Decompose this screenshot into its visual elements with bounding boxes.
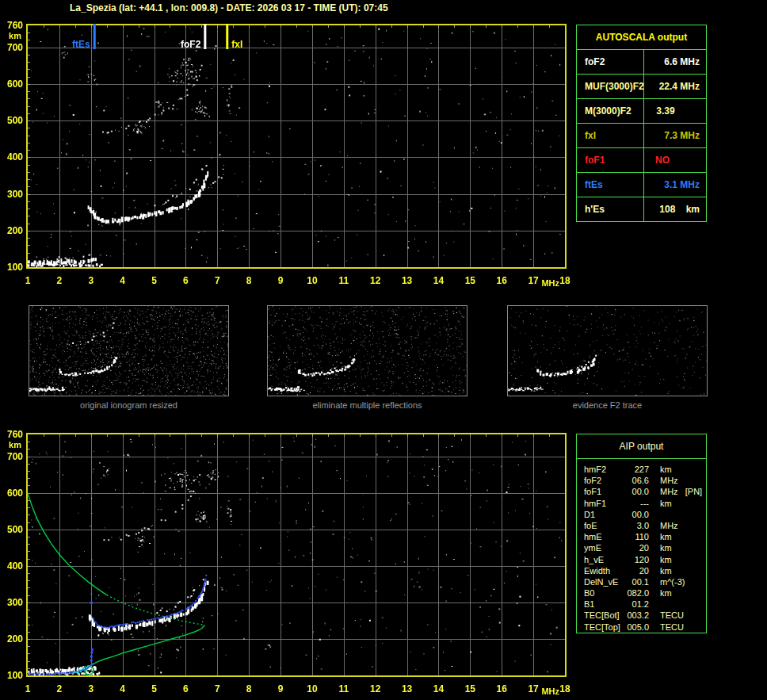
aip-row-h_vE: h_vE120km bbox=[584, 554, 706, 565]
aip-param-value: 00.0 bbox=[625, 486, 649, 497]
aip-param-label: foE bbox=[584, 520, 625, 531]
autoscala-row-foF2: foF26.6 MHz bbox=[577, 49, 706, 74]
aip-param-unit: TECU bbox=[649, 622, 706, 633]
thumbnail-evidence-caption: evidence F2 trace bbox=[507, 400, 708, 410]
autoscala-row-h'Es: h'Es108 km bbox=[577, 197, 706, 221]
autoscala-param-label: fxI bbox=[577, 124, 644, 147]
aip-param-value: 3.0 bbox=[625, 520, 649, 531]
aip-param-label: B1 bbox=[584, 599, 625, 610]
aip-param-label: TEC[Bot] bbox=[584, 610, 625, 621]
autoscala-panel-title: AUTOSCALA output bbox=[577, 25, 706, 49]
autoscala-output-panel: AUTOSCALA output foF26.6 MHzMUF(3000)F22… bbox=[576, 25, 707, 222]
aip-param-value: 003.2 bbox=[625, 610, 649, 621]
autoscala-param-value: 3.39 bbox=[644, 99, 706, 123]
station-date-title: La_Spezia (lat: +44.1 , lon: 009.8) - DA… bbox=[70, 2, 388, 13]
aip-row-B0: B0082.0km bbox=[584, 587, 706, 599]
autoscala-param-label: M(3000)F2 bbox=[577, 99, 644, 123]
aip-param-label: foF2 bbox=[584, 475, 625, 486]
aip-row-ymE: ymE20km bbox=[584, 542, 706, 553]
autoscala-param-value: 22.4 MHz bbox=[644, 75, 706, 98]
aip-param-unit: km bbox=[649, 464, 706, 475]
aip-param-value: 120 bbox=[625, 554, 649, 565]
aip-rows: hmF2227kmfoF206.6MHzfoF100.0MHz [PN]hmF1… bbox=[577, 459, 706, 633]
aip-param-unit: km bbox=[649, 587, 706, 599]
aip-row-B1: B101.2 bbox=[584, 599, 706, 610]
autoscala-param-value: NO bbox=[644, 148, 706, 172]
aip-param-value: 082.0 bbox=[625, 587, 649, 599]
autoscala-param-label: foF2 bbox=[577, 50, 644, 74]
aip-param-unit bbox=[649, 509, 706, 520]
aip-param-label: foF1 bbox=[584, 486, 625, 497]
thumbnail-original-ionogram bbox=[29, 305, 229, 396]
aip-param-unit: TECU bbox=[649, 610, 706, 621]
autoscala-param-value: 108 km bbox=[644, 197, 706, 221]
aip-param-value: 005.0 bbox=[625, 622, 649, 633]
autoscala-row-foF1: foF1NO bbox=[577, 147, 706, 172]
autoscala-param-value: 6.6 MHz bbox=[644, 50, 706, 74]
aip-param-unit: MHz bbox=[649, 475, 706, 486]
thumbnail-eliminate-reflections bbox=[267, 305, 467, 396]
aip-row-D1: D100.0 bbox=[584, 509, 706, 520]
aip-param-label: TEC[Top] bbox=[584, 622, 625, 633]
aip-param-value: 00.0 bbox=[625, 509, 649, 520]
aip-row-Ewidth: Ewidth20km bbox=[584, 565, 706, 576]
autoscala-param-label: h'Es bbox=[577, 197, 644, 221]
aip-row-TEC[Bot]: TEC[Bot]003.2TECU bbox=[584, 610, 706, 621]
aip-param-value: --- bbox=[625, 498, 649, 509]
aip-param-label: hmF2 bbox=[584, 464, 625, 475]
aip-param-value: 20 bbox=[625, 565, 649, 576]
aip-param-label: hmE bbox=[584, 531, 625, 542]
aip-param-unit: MHz [PN] bbox=[649, 486, 706, 497]
aip-row-DelN_vE: DelN_vE00.1m^(-3) bbox=[584, 576, 706, 587]
aip-param-label: ymE bbox=[584, 542, 625, 553]
aip-param-value: 227 bbox=[625, 464, 649, 475]
aip-row-hmF1: hmF1---km bbox=[584, 498, 706, 509]
aip-param-label: B0 bbox=[584, 587, 625, 599]
aip-param-label: Ewidth bbox=[584, 565, 625, 576]
aip-param-label: h_vE bbox=[584, 554, 625, 565]
aip-panel-title: AIP output bbox=[577, 434, 706, 459]
aip-param-unit: km bbox=[649, 565, 706, 576]
thumbnail-eliminate-caption: eliminate multiple reflections bbox=[267, 400, 467, 410]
profile-ionogram-plot bbox=[0, 427, 574, 700]
autoscala-row-ftEs: ftEs3.1 MHz bbox=[577, 172, 706, 197]
aip-row-hmE: hmE110km bbox=[584, 531, 706, 542]
aip-param-unit: MHz bbox=[649, 520, 706, 531]
thumbnail-evidence-canvas bbox=[508, 306, 707, 396]
aip-param-unit: m^(-3) bbox=[649, 576, 706, 587]
thumbnail-original-caption: original ionogram resized bbox=[29, 400, 229, 410]
autoscala-param-value: 7.3 MHz bbox=[644, 124, 706, 147]
autoscala-row-MUF(3000)F2: MUF(3000)F222.4 MHz bbox=[577, 74, 706, 98]
aip-param-value: 110 bbox=[625, 531, 649, 542]
aip-output-panel: AIP output hmF2227kmfoF206.6MHzfoF100.0M… bbox=[576, 434, 707, 633]
autoscala-param-label: ftEs bbox=[577, 173, 644, 197]
aip-param-unit: km bbox=[649, 554, 706, 565]
aip-row-TEC[Top]: TEC[Top]005.0TECU bbox=[584, 622, 706, 633]
aip-row-hmF2: hmF2227km bbox=[584, 464, 706, 475]
autoscala-rows: foF26.6 MHzMUF(3000)F222.4 MHzM(3000)F23… bbox=[577, 49, 706, 221]
thumbnail-evidence-f2 bbox=[507, 305, 708, 396]
autoscala-row-fxI: fxI7.3 MHz bbox=[577, 123, 706, 147]
autoscala-window: La_Spezia (lat: +44.1 , lon: 009.8) - DA… bbox=[0, 0, 767, 700]
aip-param-value: 01.2 bbox=[625, 599, 649, 610]
aip-param-unit: km bbox=[649, 531, 706, 542]
aip-param-label: DelN_vE bbox=[584, 576, 625, 587]
autoscala-row-M(3000)F2: M(3000)F23.39 bbox=[577, 98, 706, 123]
aip-param-unit: km bbox=[649, 498, 706, 509]
autoscala-param-label: MUF(3000)F2 bbox=[577, 75, 644, 98]
aip-row-foE: foE3.0MHz bbox=[584, 520, 706, 531]
thumbnail-original-canvas bbox=[29, 306, 228, 396]
aip-param-value: 20 bbox=[625, 542, 649, 553]
aip-row-foF2: foF206.6MHz bbox=[584, 475, 706, 486]
aip-param-unit: km bbox=[649, 542, 706, 553]
aip-param-label: hmF1 bbox=[584, 498, 625, 509]
aip-param-unit bbox=[649, 599, 706, 610]
aip-param-value: 06.6 bbox=[625, 475, 649, 486]
aip-param-value: 00.1 bbox=[625, 576, 649, 587]
scaled-ionogram-plot bbox=[0, 17, 574, 300]
thumbnail-eliminate-canvas bbox=[268, 306, 467, 396]
autoscala-param-value: 3.1 MHz bbox=[644, 173, 706, 197]
autoscala-param-label: foF1 bbox=[577, 148, 644, 172]
aip-param-label: D1 bbox=[584, 509, 625, 520]
aip-row-foF1: foF100.0MHz [PN] bbox=[584, 486, 706, 497]
